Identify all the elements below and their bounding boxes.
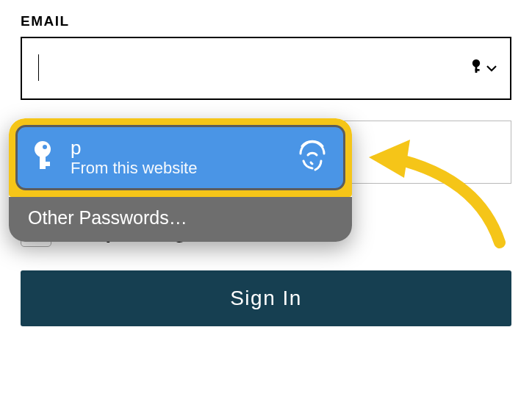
svg-rect-2 (475, 69, 480, 71)
autofill-dropdown: p From this website Other Passwords… (9, 118, 352, 242)
fingerprint-icon (296, 139, 328, 176)
email-field-wrap (21, 37, 511, 100)
suggestion-text: p From this website (71, 137, 284, 178)
autofill-suggestion[interactable]: p From this website (15, 125, 345, 190)
chevron-down-icon (486, 62, 497, 75)
email-label: EMAIL (21, 13, 511, 29)
key-icon (472, 59, 485, 78)
suggestion-subtitle: From this website (71, 159, 284, 178)
svg-rect-6 (40, 162, 50, 166)
password-autofill-toggle[interactable] (472, 59, 497, 78)
key-icon (32, 140, 59, 175)
svg-point-4 (43, 145, 47, 149)
suggestion-username: p (71, 137, 284, 159)
other-passwords-option[interactable]: Other Passwords… (9, 197, 352, 242)
signin-button[interactable]: Sign In (21, 270, 511, 326)
email-input[interactable] (21, 37, 511, 100)
text-cursor (38, 54, 39, 81)
autofill-highlight-ring: p From this website (9, 118, 352, 197)
